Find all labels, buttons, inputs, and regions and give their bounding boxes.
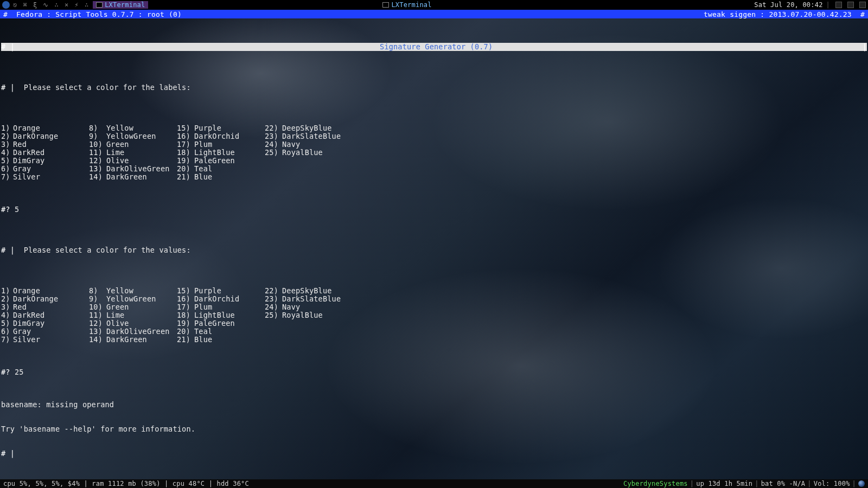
line-prompt-labels: # | Please select a color for the labels… [1,84,867,92]
task-label: LXTerminal [391,1,431,9]
color-menu-row: 3)Red10)Green17)Plum24)Navy [1,140,867,149]
opt-name [282,319,369,328]
opt-num: 19) [177,319,194,328]
opt-name: Olive [106,157,177,165]
color-menu-row: 4)DarkRed11)Lime18)LightBlue25)RoyalBlue [1,149,867,157]
separator: | [852,480,856,487]
bar-hash-end: | [856,43,867,51]
opt-num: 5) [1,319,13,328]
opt-name: DarkRed [13,311,89,319]
taskbar-item-lxterminal-1[interactable]: LXTerminal [93,1,148,9]
opt-name: LightBlue [194,149,265,157]
opt-name: LightBlue [194,311,265,319]
opt-num: 15) [177,287,194,295]
window-title-left: Fedora : Script Tools 0.7.7 : root (0) [16,10,182,18]
terminal-output[interactable]: # | Signature Generator (0.7) | # | Plea… [0,18,868,488]
opt-num: 7) [1,173,13,181]
terminal-icon [96,2,103,8]
task-label: LXTerminal [105,1,145,9]
separator: | [690,480,694,487]
color-menu-row: 7)Silver14)DarkGreen21)Blue [1,173,867,181]
opt-name: Olive [106,319,177,328]
color-menu-row: 7)Silver14)DarkGreen21)Blue [1,336,867,344]
opt-name [282,336,369,344]
status-volume: Vol: 100% [814,480,850,487]
opt-name: Plum [194,140,265,149]
opt-num: 13) [89,328,106,336]
opt-num: 5) [1,157,13,165]
opt-name: DimGray [13,157,89,165]
line-error-2: Try 'basename --help' for more informati… [1,425,867,433]
opt-name: Teal [194,165,265,173]
opt-num: 17) [177,303,194,311]
opt-num: 22) [265,124,282,132]
opt-num: 4) [1,149,13,157]
answer-prompt: #? [1,368,15,376]
opt-num: 20) [177,165,194,173]
opt-num: 4) [1,311,13,319]
opt-num: 1) [1,124,13,132]
header-bar-siggen: # | Signature Generator (0.7) | [1,43,867,51]
opt-name: DimGray [13,319,89,328]
opt-num: 16) [177,132,194,140]
opt-num [265,157,282,165]
color-menu-row: 6)Gray13)DarkOliveGreen20)Teal [1,165,867,173]
hash: # | [1,246,15,254]
opt-num: 7) [1,336,13,344]
opt-num: 18) [177,311,194,319]
opt-num: 23) [265,132,282,140]
opt-num: 2) [1,132,13,140]
opt-name: DeepSkyBlue [282,287,369,295]
color-menu-row: 1)Orange8)Yellow15)Purple22)DeepSkyBlue [1,287,867,295]
tray-indicator-3[interactable] [859,2,866,8]
answer-value: 25 [15,368,24,376]
opt-name: Blue [194,173,265,181]
opt-num: 8) [89,287,106,295]
tray-indicator-2[interactable] [847,2,854,8]
line-hashpipe: # | [1,450,867,458]
opt-name [282,328,369,336]
opt-name: Orange [13,124,89,132]
opt-name: Lime [106,149,177,157]
opt-num: 24) [265,303,282,311]
top-panel: ⎋ ⌘ ξ ∿ ∴ × ⚡ ∴ LXTerminal LXTerminal Sa… [0,0,868,10]
opt-name: DarkRed [13,149,89,157]
opt-name: Yellow [106,287,177,295]
opt-name: Red [13,140,89,149]
opt-num: 10) [89,303,106,311]
color-menu-values: 1)Orange8)Yellow15)Purple22)DeepSkyBlue2… [1,287,867,344]
line-prompt-values: # | Please select a color for the values… [1,246,867,254]
status-left: cpu 5%, 5%, 5%, $4% | ram 1112 mb (38%) … [3,480,249,487]
clock[interactable]: Sat Jul 20, 00:42 [754,1,822,9]
opt-num: 14) [89,173,106,181]
distro-menu-icon[interactable] [2,1,10,9]
opt-num: 11) [89,311,106,319]
opt-name: Silver [13,173,89,181]
hash-right: # [860,10,865,18]
opt-num: 15) [177,124,194,132]
opt-name: Green [106,140,177,149]
opt-name: DarkGreen [106,173,177,181]
tray-symbols[interactable]: ⎋ ⌘ ξ ∿ ∴ × ⚡ ∴ [13,1,90,9]
opt-name: Yellow [106,124,177,132]
opt-name: Orange [13,287,89,295]
tray-indicator-1[interactable] [835,2,842,8]
color-menu-labels: 1)Orange8)Yellow15)Purple22)DeepSkyBlue2… [1,124,867,181]
opt-name: Blue [194,336,265,344]
opt-name: DarkSlateBlue [282,295,369,303]
opt-num: 21) [177,336,194,344]
opt-num: 24) [265,140,282,149]
opt-num [265,319,282,328]
opt-num: 1) [1,287,13,295]
opt-name [282,157,369,165]
opt-name: RoyalBlue [282,311,369,319]
opt-name: DarkOrange [13,295,89,303]
opt-name: Purple [194,124,265,132]
opt-name [282,173,369,181]
color-menu-row: 3)Red10)Green17)Plum24)Navy [1,303,867,311]
network-globe-icon[interactable] [858,480,865,487]
opt-num: 11) [89,149,106,157]
color-menu-row: 5)DimGray12)Olive19)PaleGreen [1,157,867,165]
opt-num: 3) [1,303,13,311]
taskbar-item-lxterminal-2[interactable]: LXTerminal [379,1,435,9]
